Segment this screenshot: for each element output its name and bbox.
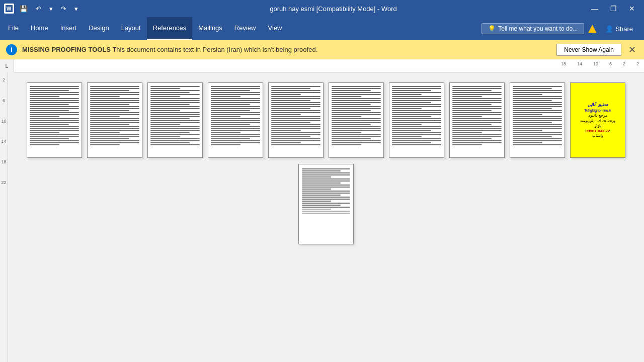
line [271,128,320,129]
page-11[interactable] [298,164,354,244]
tab-file[interactable]: File [2,17,25,40]
line [513,104,562,105]
tell-me-input[interactable]: 💡 Tell me what you want to do... [481,23,584,34]
line [150,88,180,89]
line [150,134,200,135]
page-2-content [88,83,142,148]
line [150,90,200,91]
document-area[interactable]: تحقیق آنلاین Tohghighonline.ir مرجع دانل… [8,72,644,362]
share-button[interactable]: 👤 Share [600,24,638,34]
line [30,94,79,95]
ad-note: واتساپ [592,134,603,138]
line [513,96,562,97]
line [513,138,562,139]
line [392,90,431,91]
line [150,122,200,123]
line [30,122,79,123]
page-3[interactable] [147,82,203,158]
line [271,88,310,89]
page-9[interactable] [510,82,565,158]
close-button[interactable]: ✕ [624,3,640,14]
line [150,144,200,145]
line [211,112,260,113]
line [150,94,200,95]
line [392,96,441,97]
line [302,213,350,214]
line [332,88,381,89]
undo-dropdown[interactable]: ▾ [47,4,55,14]
line [150,110,180,111]
line [150,132,190,133]
tab-references[interactable]: References [147,17,192,40]
line [271,122,310,123]
page-4[interactable] [208,82,263,158]
tab-view[interactable]: View [262,17,288,40]
page-7[interactable] [389,82,444,158]
notification-close-button[interactable]: ✕ [626,44,638,55]
line [332,96,361,97]
ruler-corner[interactable]: L [0,59,14,72]
line [452,98,502,99]
undo-button[interactable]: ↶ [33,4,44,14]
tab-home[interactable]: Home [25,17,54,40]
line [211,92,260,93]
line [332,136,381,137]
minimize-button[interactable]: — [586,3,603,14]
line [90,92,139,93]
line [90,96,120,97]
line [302,207,350,208]
line [302,168,350,169]
page-1[interactable] [27,82,82,158]
line [90,88,139,89]
page-6[interactable] [329,82,384,158]
tab-layout[interactable]: Layout [115,17,147,40]
line [452,102,502,103]
page-9-content [510,83,565,148]
line [30,114,79,115]
customize-qat[interactable]: ▾ [72,4,80,14]
line [332,92,381,93]
restore-button[interactable]: ❐ [605,3,622,14]
line [513,140,562,141]
svg-text:W: W [7,6,12,12]
tab-review[interactable]: Review [228,17,262,40]
line [30,126,79,127]
line [392,130,431,131]
tab-design[interactable]: Design [83,17,115,40]
line [90,106,139,107]
line [150,124,180,125]
line [452,106,502,107]
page-7-content [389,83,444,148]
line [30,142,79,143]
tell-me-label: Tell me what you want to do... [498,25,578,32]
v-ruler-numbers: 2 6 10 14 18 22 [0,72,8,186]
line [513,110,562,111]
page-2[interactable] [87,82,142,158]
line [30,128,79,129]
page-8[interactable] [449,82,505,158]
line [30,108,79,109]
line [452,132,482,133]
page-10-ad[interactable]: تحقیق آنلاین Tohghighonline.ir مرجع دانل… [570,82,625,158]
page-5[interactable] [268,82,324,158]
ad-title: تحقیق آنلاین [588,103,607,107]
line [211,134,260,135]
line [302,191,350,192]
line [513,126,562,127]
line [30,134,79,135]
line [150,102,200,103]
tab-mailings[interactable]: Mailings [192,17,228,40]
never-show-button[interactable]: Never Show Again [556,44,621,56]
line [513,116,562,117]
horizontal-ruler: 18 14 10 6 2 2 [14,59,644,72]
line [392,116,431,117]
line [392,106,441,107]
redo-button[interactable]: ↷ [58,4,69,14]
line [211,90,250,91]
line [392,140,441,141]
save-button[interactable]: 💾 [17,4,30,14]
tab-insert[interactable]: Insert [54,17,83,40]
line [150,142,190,143]
lightbulb-icon: 💡 [488,25,496,32]
line [271,116,320,117]
